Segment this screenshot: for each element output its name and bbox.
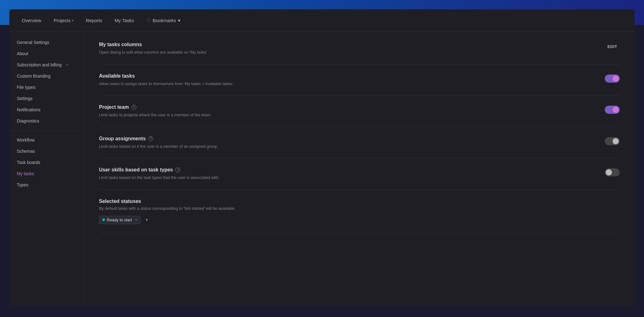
- nav-projects[interactable]: Projects ▾: [49, 15, 78, 26]
- sidebar-item-subscription[interactable]: Subscription and billing ↗: [9, 59, 84, 70]
- nav-bookmarks[interactable]: ♡ Bookmarks ▾: [141, 15, 185, 26]
- bookmarks-chevron-icon: ▾: [178, 18, 181, 23]
- sidebar-item-custom-branding[interactable]: Custom Branding: [9, 70, 84, 82]
- user-skills-control: [595, 167, 620, 176]
- available-tasks-row: Available tasks Allow users to assign ta…: [99, 65, 620, 96]
- sidebar-item-notifications[interactable]: Notifications: [9, 104, 84, 115]
- selected-statuses-title: Selected statuses: [99, 199, 620, 204]
- sidebar-item-types[interactable]: Types: [9, 179, 84, 190]
- ready-to-start-tag: Ready to start ×: [99, 216, 141, 224]
- sidebar-item-task-boards[interactable]: Task boards: [9, 157, 84, 168]
- group-assignments-info: Group assignments ? Limit tasks based on…: [99, 136, 323, 150]
- available-tasks-info: Available tasks Allow users to assign ta…: [99, 73, 323, 87]
- ready-to-start-label: Ready to start: [107, 218, 132, 222]
- available-tasks-thumb: [613, 75, 619, 82]
- group-assignments-control: [595, 136, 620, 145]
- nav-overview[interactable]: Overview: [17, 15, 46, 26]
- group-assignments-desc: Limit tasks based on if the user is a me…: [99, 143, 323, 150]
- project-team-thumb: [613, 107, 619, 113]
- sidebar-item-workflow[interactable]: Workflow: [9, 134, 84, 146]
- my-tasks-columns-desc: Open dialog to edit what columns are ava…: [99, 49, 323, 55]
- statuses-tags-container: Ready to start × ▾: [99, 216, 620, 224]
- project-team-row: Project team ? Limit tasks to projects w…: [99, 96, 620, 127]
- sidebar-divider: [9, 130, 84, 131]
- project-team-help-icon[interactable]: ?: [131, 105, 136, 110]
- ready-to-start-remove-button[interactable]: ×: [135, 218, 137, 222]
- user-skills-thumb: [606, 169, 612, 175]
- available-tasks-control: [595, 73, 620, 83]
- user-skills-desc: Limit tasks based on the task types that…: [99, 175, 323, 181]
- nav-my-tasks[interactable]: My Tasks: [110, 15, 139, 26]
- sidebar-item-diagnostics[interactable]: Diagnostics: [9, 115, 84, 127]
- sidebar: General Settings About Subscription and …: [9, 32, 84, 305]
- main-area: General Settings About Subscription and …: [9, 32, 635, 305]
- statuses-dropdown-arrow-icon[interactable]: ▾: [146, 217, 148, 222]
- my-tasks-columns-title: My tasks columns: [99, 42, 323, 47]
- available-tasks-desc: Allow users to assign tasks to themselve…: [99, 81, 323, 87]
- content-area: My tasks columns Open dialog to edit wha…: [84, 32, 635, 305]
- sidebar-section-1: General Settings About Subscription and …: [9, 37, 84, 127]
- sidebar-item-general-settings[interactable]: General Settings: [9, 37, 84, 48]
- sidebar-item-schemas[interactable]: Schemas: [9, 146, 84, 157]
- my-tasks-columns-control: EDIT: [595, 42, 620, 50]
- project-team-info: Project team ? Limit tasks to projects w…: [99, 104, 323, 118]
- selected-statuses-desc: By default tasks with a status correspon…: [99, 206, 620, 211]
- project-team-title: Project team ?: [99, 104, 323, 110]
- user-skills-title: User skills based on task types ?: [99, 167, 323, 173]
- ready-to-start-dot: [102, 219, 105, 221]
- group-assignments-help-icon[interactable]: ?: [148, 136, 153, 141]
- available-tasks-toggle[interactable]: [605, 74, 620, 83]
- top-nav: Overview Projects ▾ Reports My Tasks ♡ B…: [9, 9, 635, 32]
- project-team-control: [595, 104, 620, 114]
- project-team-toggle[interactable]: [605, 106, 620, 114]
- nav-reports[interactable]: Reports: [81, 15, 107, 26]
- my-tasks-columns-info: My tasks columns Open dialog to edit wha…: [99, 42, 323, 55]
- sidebar-item-settings[interactable]: Settings: [9, 93, 84, 104]
- group-assignments-toggle[interactable]: [605, 137, 620, 145]
- app-container: Overview Projects ▾ Reports My Tasks ♡ B…: [9, 9, 635, 305]
- user-skills-toggle[interactable]: [605, 168, 620, 176]
- group-assignments-title: Group assignments ?: [99, 136, 323, 142]
- project-team-desc: Limit tasks to projects where the user i…: [99, 112, 323, 118]
- heart-icon: ♡: [146, 17, 151, 23]
- my-tasks-columns-section: My tasks columns Open dialog to edit wha…: [99, 42, 620, 65]
- group-assignments-thumb: [613, 138, 619, 144]
- projects-chevron-icon: ▾: [72, 19, 73, 22]
- selected-statuses-section: Selected statuses By default tasks with …: [99, 190, 620, 233]
- available-tasks-title: Available tasks: [99, 73, 323, 79]
- user-skills-help-icon[interactable]: ?: [175, 167, 180, 172]
- edit-columns-button[interactable]: EDIT: [605, 43, 620, 50]
- group-assignments-row: Group assignments ? Limit tasks based on…: [99, 127, 620, 159]
- sidebar-item-my-tasks[interactable]: My tasks: [9, 168, 84, 179]
- sidebar-section-2: Workflow Schemas Task boards My tasks Ty…: [9, 134, 84, 190]
- sidebar-item-about[interactable]: About: [9, 48, 84, 59]
- user-skills-info: User skills based on task types ? Limit …: [99, 167, 323, 181]
- external-link-icon: ↗: [65, 63, 68, 67]
- sidebar-item-file-types[interactable]: File types: [9, 82, 84, 93]
- user-skills-row: User skills based on task types ? Limit …: [99, 158, 620, 190]
